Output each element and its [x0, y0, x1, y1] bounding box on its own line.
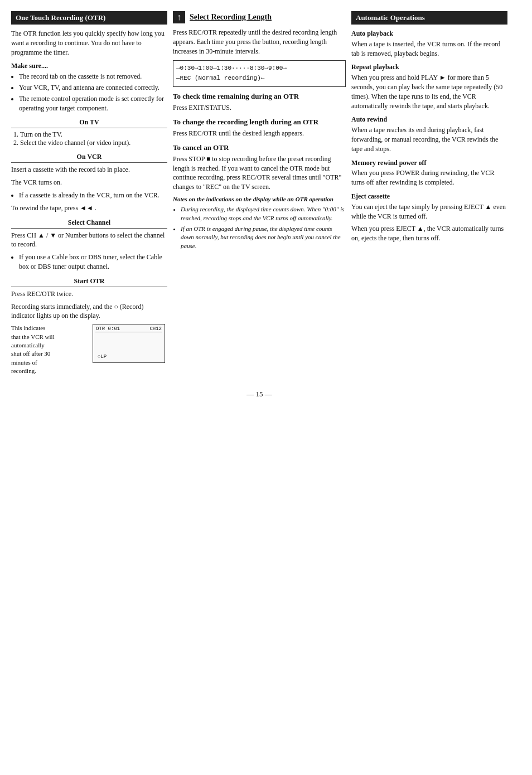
start-otr-heading: Start OTR	[11, 277, 167, 287]
right-column: Automatic Operations Auto playback When …	[351, 11, 507, 379]
select-channel-bullet: If you use a Cable box or DBS tuner, sel…	[19, 253, 167, 272]
to-rewind: To rewind the tape, press ◄◄ .	[11, 204, 167, 213]
on-vcr-list: If a cassette is already in the VCR, tur…	[19, 191, 167, 200]
notes-heading: Notes on the indications on the display …	[173, 195, 346, 204]
select-channel-list: If you use a Cable box or DBS tuner, sel…	[19, 253, 167, 272]
memory-rewind-heading: Memory rewind power off	[351, 158, 507, 168]
make-sure-item-1: The record tab on the cassette is not re…	[19, 72, 167, 81]
display-indicator: ○LP	[98, 354, 107, 360]
on-vcr-bullet: If a cassette is already in the VCR, tur…	[19, 191, 167, 200]
make-sure-heading: Make sure....	[11, 61, 167, 71]
repeat-playback-heading: Repeat playback	[351, 62, 507, 72]
eject-text1: You can eject the tape simply by pressin…	[351, 202, 507, 221]
on-tv-list: Turn on the TV. Select the video channel…	[20, 130, 167, 147]
start-otr-text2: Recording starts immediately, and the ○ …	[11, 302, 167, 321]
page-number: — 15 —	[11, 390, 507, 399]
select-length-title: Select Recording Length	[190, 13, 272, 22]
start-otr-display-area: This indicates that the VCR will automat…	[11, 324, 167, 379]
on-vcr-text2: The VCR turns on.	[11, 178, 167, 187]
make-sure-item-2: Your VCR, TV, and antenna are connected …	[19, 83, 167, 93]
eject-text2: When you press EJECT ▲, the VCR automati…	[351, 224, 507, 243]
select-length-intro: Press REC/OTR repeatedly until the desir…	[173, 28, 346, 56]
make-sure-list: The record tab on the cassette is not re…	[19, 72, 167, 113]
change-length-heading: To change the recording length during an…	[173, 117, 346, 127]
select-channel-text: Press CH ▲ / ▼ or Number buttons to sele…	[11, 231, 167, 250]
left-column: One Touch Recording (OTR) The OTR functi…	[11, 11, 167, 379]
cancel-otr-heading: To cancel an OTR	[173, 143, 346, 153]
otr-header: One Touch Recording (OTR)	[11, 11, 167, 25]
note-item-1: During recording, the displayed time cou…	[181, 205, 346, 222]
repeat-playback-text: When you press and hold PLAY ► for more …	[351, 73, 507, 110]
recording-diagram: →0:30→1:00→1:30·····8:30→9:00→ —REC (Nor…	[173, 60, 346, 86]
start-otr-text1: Press REC/OTR twice.	[11, 289, 167, 299]
on-tv-heading: On TV	[11, 118, 167, 128]
auto-playback-text: When a tape is inserted, the VCR turns o…	[351, 40, 507, 59]
memory-rewind-text: When you press POWER during rewinding, t…	[351, 168, 507, 187]
auto-playback-heading: Auto playback	[351, 29, 507, 38]
display-ch: CH12	[149, 326, 162, 332]
on-vcr-text1: Insert a cassette with the record tab in…	[11, 165, 167, 175]
eject-heading: Eject cassette	[351, 192, 507, 201]
on-tv-item-2: Select the video channel (or video input…	[20, 139, 167, 147]
note-item-2: If an OTR is engaged during pause, the d…	[181, 225, 346, 250]
header-icon: ↑	[173, 11, 185, 23]
on-vcr-heading: On VCR	[11, 153, 167, 163]
start-otr-note: This indicates that the VCR will automat…	[11, 324, 56, 375]
auto-rewind-heading: Auto rewind	[351, 115, 507, 124]
otr-intro: The OTR function lets you quickly specif…	[11, 29, 167, 57]
mid-column: ↑ Select Recording Length Press REC/OTR …	[173, 11, 346, 379]
diagram-line2: —REC (Normal recording)←	[176, 74, 342, 84]
select-length-header-row: ↑ Select Recording Length	[173, 11, 346, 23]
check-time-heading: To check time remaining during an OTR	[173, 91, 346, 101]
select-channel-heading: Select Channel	[11, 219, 167, 229]
make-sure-item-3: The remote control operation mode is set…	[19, 94, 167, 113]
display-otr: OTR 0:01	[96, 326, 120, 332]
check-time-text: Press EXIT/STATUS.	[173, 103, 346, 113]
diagram-line1: →0:30→1:00→1:30·····8:30→9:00→	[176, 64, 342, 74]
change-length-text: Press REC/OTR until the desired length a…	[173, 129, 346, 138]
notes-list: During recording, the displayed time cou…	[181, 205, 346, 250]
vcr-display: OTR 0:01 CH12 ○LP	[93, 324, 165, 363]
on-tv-item-1: Turn on the TV.	[20, 130, 167, 139]
auto-rewind-text: When a tape reaches its end during playb…	[351, 125, 507, 153]
auto-ops-header: Automatic Operations	[351, 11, 507, 25]
cancel-otr-text: Press STOP ■ to stop recording before th…	[173, 154, 346, 192]
